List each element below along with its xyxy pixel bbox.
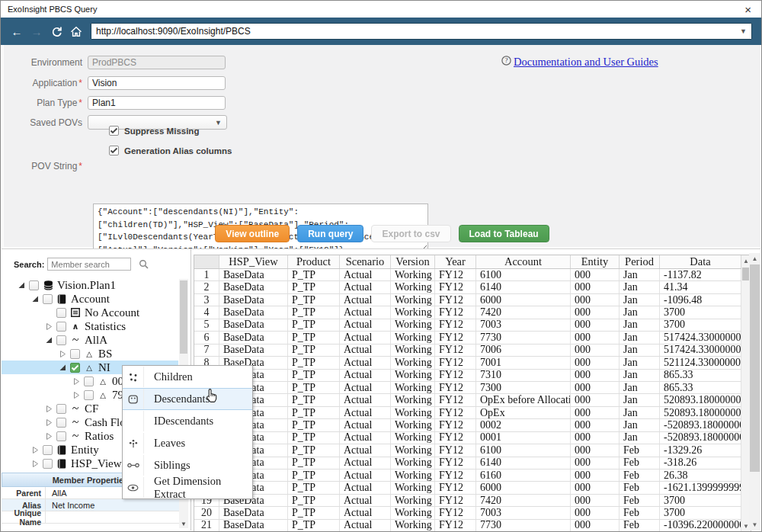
tree-checkbox[interactable] (70, 349, 80, 359)
table-row[interactable]: 16BaseDataP_TPActualWorkingFY126140000Fe… (194, 457, 741, 470)
menu-item[interactable]: Descendants (123, 388, 252, 410)
tree-item[interactable]: △BS (2, 347, 178, 361)
menu-item[interactable]: Siblings (123, 454, 252, 476)
expand-icon[interactable] (44, 404, 53, 413)
back-icon[interactable]: ← (7, 22, 27, 40)
expand-icon[interactable] (44, 322, 53, 331)
table-row[interactable]: 10BaseDataP_TPActualWorkingFY127300000Ja… (194, 382, 741, 394)
table-row[interactable]: 7BaseDataP_TPActualWorkingFY127006000Jan… (194, 345, 741, 357)
tree-checkbox[interactable] (56, 308, 66, 318)
column-header[interactable]: Data (660, 255, 741, 268)
search-icon[interactable] (139, 259, 149, 270)
column-header[interactable]: Account (476, 255, 571, 268)
page-scrollbar[interactable]: ▲ ▼ (749, 253, 760, 530)
table-row[interactable]: 2BaseDataP_TPActualWorkingFY126140000Jan… (194, 281, 741, 293)
table-row[interactable]: 3BaseDataP_TPActualWorkingFY126000000Jan… (194, 294, 741, 306)
table-row[interactable]: 14BaseDataP_TPActualWorkingFY120001000Ja… (194, 432, 741, 444)
collapse-icon[interactable] (58, 363, 67, 372)
menu-item[interactable]: Leaves (123, 432, 252, 454)
suppress-missing-checkbox[interactable] (109, 126, 119, 136)
table-cell: FY12 (435, 470, 476, 481)
table-row[interactable]: 17BaseDataP_TPActualWorkingFY126160000Fe… (194, 470, 741, 482)
menu-item[interactable]: Get Dimension Extract (123, 476, 252, 498)
search-input[interactable] (47, 258, 131, 271)
expand-icon[interactable] (58, 349, 67, 358)
tree-item[interactable]: Account (2, 292, 178, 306)
tree-checkbox[interactable] (29, 280, 39, 290)
home-icon[interactable] (66, 22, 86, 40)
generation-alias-checkbox[interactable] (109, 146, 119, 155)
load-to-tableau-button[interactable]: Load to Tableau (459, 225, 549, 242)
expand-icon[interactable] (30, 445, 40, 454)
collapse-icon[interactable] (17, 280, 26, 290)
table-cell: Actual (340, 457, 391, 469)
table-cell: Jan (620, 332, 660, 343)
menu-item[interactable]: IDescendants (123, 410, 252, 432)
tree-checkbox[interactable] (43, 294, 53, 304)
expand-icon[interactable] (44, 431, 53, 441)
application-field[interactable] (88, 76, 226, 90)
scroll-down-icon[interactable]: ▼ (749, 521, 760, 528)
table-row[interactable]: 21BaseDataP_TPActualWorkingFY127730000Fe… (194, 520, 741, 532)
table-row[interactable]: 9BaseDataP_TPActualWorkingFY127310000Jan… (194, 370, 741, 382)
table-row[interactable]: 13BaseDataP_TPActualWorkingFY120002000Ja… (194, 419, 741, 431)
column-header[interactable]: Version (391, 255, 435, 268)
collapse-icon[interactable] (44, 335, 53, 345)
documentation-link[interactable]: Documentation and User Guides (514, 56, 658, 69)
tree-item[interactable]: No Account (2, 306, 178, 319)
table-row[interactable]: 8BaseDataP_TPActualWorkingFY127001000Jan… (194, 357, 741, 369)
table-row[interactable]: 5BaseDataP_TPActualWorkingFY127003000Jan… (194, 319, 741, 332)
expand-icon[interactable] (72, 390, 81, 399)
run-query-button[interactable]: Run query (297, 225, 363, 242)
column-header[interactable]: Period (620, 255, 660, 268)
tree-item[interactable]: ∧Statistics (2, 319, 178, 333)
tree-checkbox[interactable] (56, 418, 66, 428)
tree-checkbox[interactable] (56, 404, 66, 414)
tree-checkbox[interactable] (43, 445, 53, 455)
refresh-icon[interactable] (46, 22, 66, 40)
tree-checkbox[interactable] (43, 459, 53, 469)
table-row[interactable]: 6BaseDataP_TPActualWorkingFY127730000Jan… (194, 332, 741, 344)
tree-checkbox[interactable] (84, 390, 94, 400)
column-header[interactable]: Entity (571, 255, 620, 268)
table-row[interactable]: 20BaseDataP_TPActualWorkingFY127003000Fe… (194, 507, 741, 519)
table-cell: 000 (571, 419, 620, 431)
expand-icon[interactable] (72, 377, 81, 386)
table-row[interactable]: 12BaseDataP_TPActualWorkingFY12OpEx000Ja… (194, 407, 741, 419)
url-dropdown-icon[interactable]: ▼ (735, 27, 751, 35)
expand-icon[interactable] (44, 418, 53, 427)
table-row[interactable]: 15BaseDataP_TPActualWorkingFY126100000Fe… (194, 444, 741, 457)
property-value: Net Income (46, 501, 94, 510)
tree-checkbox[interactable] (56, 431, 66, 441)
plan-type-field[interactable] (88, 96, 226, 110)
page-scrollbar-thumb[interactable] (750, 264, 760, 472)
view-outline-button[interactable]: View outline (215, 225, 290, 242)
expand-icon[interactable] (30, 459, 40, 468)
table-row[interactable]: 19BaseDataP_TPActualWorkingFY127420000Fe… (194, 495, 741, 507)
close-icon[interactable]: × (741, 4, 754, 15)
tree-checkbox[interactable] (84, 377, 94, 386)
url-bar[interactable]: ▼ (91, 23, 752, 40)
scroll-down-icon[interactable]: ▼ (179, 521, 188, 527)
url-input[interactable] (91, 26, 735, 37)
forward-icon[interactable]: → (27, 22, 46, 40)
table-cell: 7003 (476, 507, 571, 518)
tree-checkbox[interactable] (56, 322, 66, 332)
tree-item[interactable]: Vision.Plan1 (2, 278, 178, 292)
scroll-up-icon[interactable]: ▲ (749, 255, 760, 262)
menu-item[interactable]: Children (123, 366, 252, 388)
table-row[interactable]: 1BaseDataP_TPActualWorkingFY126100000Jan… (194, 269, 741, 281)
collapse-icon[interactable] (30, 294, 40, 303)
tree-scrollbar-thumb[interactable] (180, 280, 187, 354)
property-row: Unique Name (2, 511, 179, 524)
column-header[interactable]: Scenario (340, 255, 391, 268)
column-header[interactable]: Year (435, 255, 476, 268)
tree-checkbox[interactable] (70, 363, 80, 373)
table-row[interactable]: 4BaseDataP_TPActualWorkingFY127420000Jan… (194, 306, 741, 319)
table-row[interactable]: 11BaseDataP_TPActualWorkingFY12OpEx befo… (194, 394, 741, 406)
tree-checkbox[interactable] (56, 335, 66, 345)
column-header[interactable]: HSP_View (219, 255, 288, 268)
table-row[interactable]: 18BaseDataP_TPActualWorkingFY126000000Fe… (194, 482, 741, 494)
tree-item[interactable]: ~AllA (2, 333, 178, 347)
column-header[interactable]: Product (288, 255, 340, 268)
